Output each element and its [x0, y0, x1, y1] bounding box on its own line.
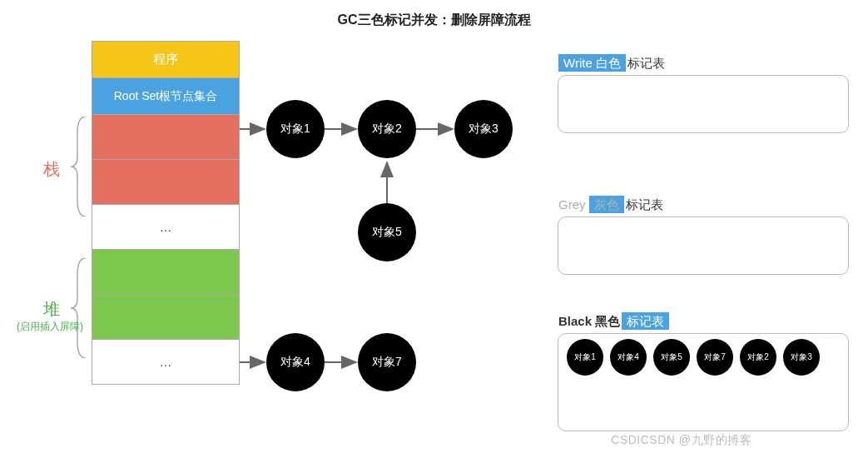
black-item-obj4: 对象4 — [610, 339, 647, 376]
memory-column: 程序 Root Set根节点集合 … … — [92, 42, 240, 385]
white-title-rest: 标记表 — [626, 54, 668, 72]
black-items-row: 对象1 对象4 对象5 对象7 对象2 对象3 — [567, 339, 840, 376]
black-item-obj2: 对象2 — [740, 339, 776, 376]
node-obj4: 对象4 — [266, 333, 325, 391]
stack-brace — [71, 117, 87, 217]
stack-cell-2 — [92, 159, 240, 205]
black-item-obj7: 对象7 — [697, 339, 733, 376]
grey-title-pre: Grey — [558, 197, 589, 212]
grey-title-rest: 标记表 — [624, 196, 667, 213]
heap-brace — [71, 258, 87, 358]
stack-label: 栈 — [43, 158, 60, 181]
black-item-obj5: 对象5 — [653, 339, 690, 376]
gap-cell-1: … — [92, 204, 240, 250]
heap-note: (启用插入屏障) — [17, 320, 83, 334]
white-mark-table: Write 白色标记表 — [558, 75, 849, 133]
gap-cell-2: … — [92, 339, 240, 385]
node-obj5: 对象5 — [358, 203, 416, 261]
node-obj2: 对象2 — [358, 100, 416, 158]
grey-panel-title: Grey 灰色标记表 — [558, 197, 667, 213]
program-header: 程序 — [92, 41, 240, 78]
watermark-text: CSDICSDN @九野的搏客 — [611, 433, 751, 448]
node-obj1: 对象1 — [266, 100, 325, 158]
black-panel-title: Black 黑色标记表 — [558, 314, 669, 330]
black-item-obj3: 对象3 — [783, 339, 820, 376]
heap-cell-2 — [92, 294, 240, 340]
black-title-hl: 标记表 — [622, 312, 669, 330]
black-item-obj1: 对象1 — [567, 339, 603, 376]
heap-label: 堆 — [43, 298, 60, 321]
black-title-pre: Black 黑色 — [558, 312, 623, 330]
grey-title-mid: 灰色 — [589, 196, 624, 213]
white-panel-title: Write 白色标记表 — [558, 56, 668, 72]
heap-cell-1 — [92, 249, 240, 295]
black-mark-table: Black 黑色标记表 对象1 对象4 对象5 对象7 对象2 对象3 — [558, 333, 849, 431]
node-obj3: 对象3 — [454, 100, 513, 158]
stack-cell-1 — [92, 114, 240, 160]
node-obj7: 对象7 — [358, 333, 416, 391]
grey-mark-table: Grey 灰色标记表 — [558, 217, 849, 275]
white-title-highlight: Write 白色 — [558, 54, 626, 72]
diagram-title: GC三色标记并发：删除屏障流程 — [0, 0, 868, 29]
root-set-cell: Root Set根节点集合 — [92, 77, 240, 115]
